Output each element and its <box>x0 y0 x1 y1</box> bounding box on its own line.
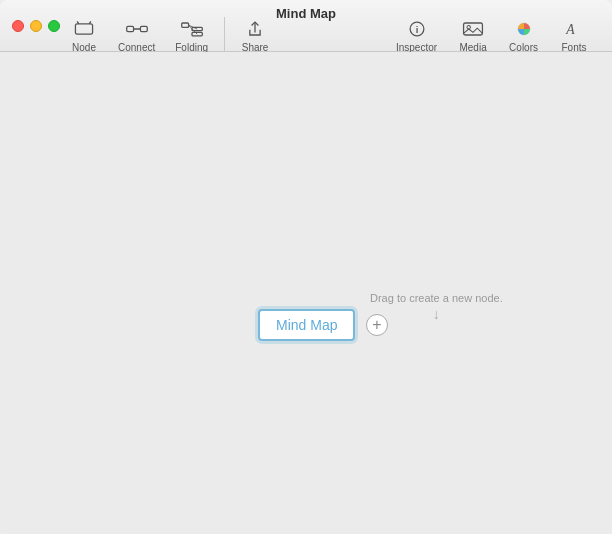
svg-rect-4 <box>140 26 147 31</box>
fonts-button[interactable]: A Fonts <box>550 15 598 55</box>
svg-text:i: i <box>415 23 418 34</box>
share-button[interactable]: Share <box>231 15 279 55</box>
node-button[interactable]: Node <box>60 15 108 55</box>
add-node-button[interactable]: + <box>366 314 388 336</box>
toolbar-divider <box>224 17 225 53</box>
node-label: Node <box>72 42 96 53</box>
drag-arrow-icon: ↓ <box>433 306 440 322</box>
canvas: Mind Map Drag to create a new node. ↓ + <box>0 52 612 534</box>
colors-label: Colors <box>509 42 538 53</box>
maximize-button[interactable] <box>48 20 60 32</box>
inspector-button[interactable]: i Inspector <box>386 15 447 55</box>
inspector-label: Inspector <box>396 42 437 53</box>
share-icon <box>241 17 269 41</box>
minimize-button[interactable] <box>30 20 42 32</box>
connect-label: Connect <box>118 42 155 53</box>
colors-button[interactable]: Colors <box>499 15 548 55</box>
media-button[interactable]: Media <box>449 15 497 55</box>
fonts-label: Fonts <box>561 42 586 53</box>
colors-icon <box>510 17 538 41</box>
media-icon <box>459 17 487 41</box>
drag-hint: Drag to create a new node. ↓ <box>370 292 503 322</box>
svg-rect-13 <box>464 23 483 35</box>
mindmap-node[interactable]: Mind Map <box>258 309 355 341</box>
fonts-icon: A <box>560 17 588 41</box>
drag-hint-text: Drag to create a new node. <box>370 292 503 304</box>
svg-rect-3 <box>126 26 133 31</box>
connect-icon <box>123 17 151 41</box>
toolbar-right: i Inspector Media <box>386 15 598 55</box>
folding-icon <box>178 17 206 41</box>
close-button[interactable] <box>12 20 24 32</box>
connect-button[interactable]: Connect <box>108 15 165 55</box>
toolbar-left: Node Connect <box>60 15 279 55</box>
node-icon <box>70 17 98 41</box>
title-bar: Mind Map Node <box>0 0 612 52</box>
folding-button[interactable]: Folding <box>165 15 218 55</box>
window-title: Mind Map <box>276 6 336 21</box>
inspector-icon: i <box>403 17 431 41</box>
svg-rect-0 <box>75 23 92 33</box>
traffic-lights <box>12 20 60 32</box>
svg-text:A: A <box>565 22 575 37</box>
svg-rect-6 <box>181 23 188 27</box>
media-label: Media <box>459 42 486 53</box>
folding-label: Folding <box>175 42 208 53</box>
share-label: Share <box>242 42 269 53</box>
plus-icon: + <box>372 316 381 334</box>
